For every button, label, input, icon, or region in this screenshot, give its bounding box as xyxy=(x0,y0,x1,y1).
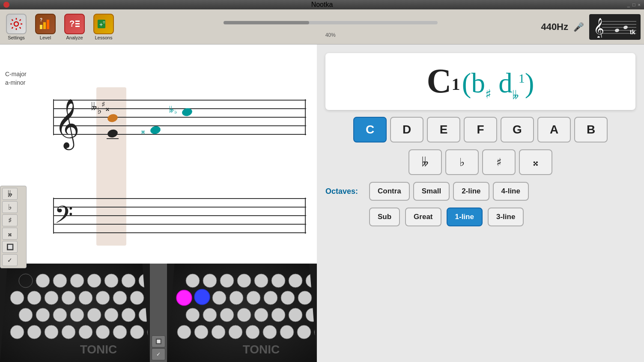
octave-btn-4line[interactable]: 4-line xyxy=(493,182,529,201)
svg-text:=: = xyxy=(103,20,105,25)
key-label: C-major a-minor xyxy=(5,70,27,87)
svg-point-72 xyxy=(36,308,50,322)
close-button[interactable] xyxy=(3,2,9,8)
maximize-button[interactable]: □ xyxy=(632,2,635,7)
svg-point-71 xyxy=(19,308,33,322)
accidental-buttons-row: 𝄫♭♯𝄪 xyxy=(325,149,635,175)
accordion-right: TONIC xyxy=(167,264,317,362)
octave-btn-2line[interactable]: 2-line xyxy=(453,182,489,201)
svg-point-73 xyxy=(53,308,67,322)
toolbar: Settings ? Level ? xyxy=(0,9,644,45)
svg-point-50 xyxy=(19,274,33,288)
analyze-button[interactable]: ? Analyze xyxy=(62,14,87,40)
octave-btn-3line[interactable]: 3-line xyxy=(488,208,524,226)
svg-point-110 xyxy=(315,291,317,305)
lessons-label: Lessons xyxy=(95,35,113,40)
svg-point-98 xyxy=(289,274,302,288)
center-divider: 🔲 ✓ xyxy=(150,264,167,362)
right-panel: C1 (b♯ d𝄫1) CDEFGAB 𝄫♭♯𝄪 Octaves: Contra… xyxy=(317,45,644,362)
note-btn-g[interactable]: G xyxy=(501,117,534,142)
note-btn-a[interactable]: A xyxy=(537,117,571,142)
accordion-left-buttons: TONIC xyxy=(0,264,150,362)
octave-btn-contra[interactable]: Contra xyxy=(369,182,410,201)
note-btn-b[interactable]: B xyxy=(574,117,608,142)
lessons-button[interactable]: + = Lessons xyxy=(91,14,116,40)
svg-point-86 xyxy=(96,325,110,339)
accordion-right-body: TONIC xyxy=(167,264,317,362)
progress-area: 40% xyxy=(120,25,541,29)
divider-rect-btn[interactable]: 🔲 xyxy=(152,335,165,347)
settings-label: Settings xyxy=(8,35,25,40)
svg-point-66 xyxy=(113,291,127,305)
svg-point-65 xyxy=(96,291,110,305)
svg-text:♭: ♭ xyxy=(97,105,101,116)
octave-buttons-row1: ContraSmall2-line4-line xyxy=(369,182,529,201)
svg-text:TONIC: TONIC xyxy=(243,343,280,356)
svg-point-85 xyxy=(79,325,92,339)
svg-point-78 xyxy=(139,308,150,322)
natural-rect-btn[interactable]: 🔲 xyxy=(2,241,18,253)
note-btn-e[interactable]: E xyxy=(427,117,460,142)
note-btn-c[interactable]: C xyxy=(353,117,387,142)
divider-check-btn[interactable]: ✓ xyxy=(152,348,165,360)
octave-btn-sub[interactable]: Sub xyxy=(369,208,400,226)
svg-point-51 xyxy=(36,274,50,288)
svg-text:+: + xyxy=(99,21,103,28)
svg-text:𝄪: 𝄪 xyxy=(141,127,145,135)
flat-double-btn[interactable]: 𝄫 xyxy=(2,188,18,200)
sharp-btn[interactable]: ♯ xyxy=(2,214,18,226)
progress-label: 40% xyxy=(325,32,336,38)
svg-text:𝄫: 𝄫 xyxy=(169,105,174,114)
double-sharp-btn[interactable]: 𝄪 xyxy=(2,228,18,240)
octave-row1: Octaves: ContraSmall2-line4-line xyxy=(325,182,635,201)
key-line1: C-major xyxy=(5,70,27,79)
note-btn-f[interactable]: F xyxy=(464,117,497,142)
svg-point-87 xyxy=(113,325,127,339)
svg-point-77 xyxy=(122,308,135,322)
accordion-right-buttons: TONIC xyxy=(167,264,317,362)
acc-btn-x[interactable]: 𝄪 xyxy=(519,149,552,175)
svg-text:♭: ♭ xyxy=(174,109,177,115)
flat-btn[interactable]: ♭ xyxy=(2,201,18,213)
close-x-button[interactable]: × xyxy=(638,2,641,7)
svg-rect-1 xyxy=(40,25,42,29)
svg-point-54 xyxy=(87,274,101,288)
octave-btn-small[interactable]: Small xyxy=(413,182,450,201)
toolbar-right: 440Hz 🎤 𝄞 tk xyxy=(541,14,641,40)
analyze-label: Analyze xyxy=(66,35,83,40)
svg-text:♯: ♯ xyxy=(101,100,105,109)
svg-point-96 xyxy=(254,274,268,288)
svg-rect-2 xyxy=(43,22,46,29)
octave-btn-great[interactable]: Great xyxy=(405,208,441,226)
content-area: C-major a-minor 𝄞 xyxy=(0,45,644,362)
svg-rect-3 xyxy=(47,20,49,29)
svg-point-128 xyxy=(297,325,311,339)
svg-point-53 xyxy=(70,274,84,288)
key-line2: a-minor xyxy=(5,79,27,87)
svg-point-127 xyxy=(280,325,294,339)
settings-icon xyxy=(6,14,27,34)
svg-point-34 xyxy=(107,113,119,123)
settings-button[interactable]: Settings xyxy=(3,14,29,40)
note-btn-d[interactable]: D xyxy=(390,117,423,142)
side-toolbar: 𝄫 ♭ ♯ 𝄪 🔲 ✓ xyxy=(0,186,27,268)
progress-bar-container xyxy=(224,21,438,24)
svg-text:𝄫: 𝄫 xyxy=(91,101,97,112)
microphone-icon[interactable]: 🎤 xyxy=(573,22,584,32)
svg-point-67 xyxy=(130,291,144,305)
acc-btn-#[interactable]: ♯ xyxy=(482,149,516,175)
level-button[interactable]: ? Level xyxy=(33,14,58,40)
acc-btn-bb[interactable]: 𝄫 xyxy=(408,149,442,175)
svg-point-121 xyxy=(177,325,191,339)
minimize-button[interactable]: _ xyxy=(627,2,630,7)
svg-point-88 xyxy=(130,325,144,339)
titlebar: Nootka _ □ × xyxy=(0,0,644,9)
octave-row2: SubGreat1-line3-line xyxy=(369,208,635,226)
acc-btn-b[interactable]: ♭ xyxy=(445,149,479,175)
check-btn[interactable]: ✓ xyxy=(2,254,18,266)
octave-btn-1line[interactable]: 1-line xyxy=(447,208,483,226)
svg-point-61 xyxy=(27,291,41,305)
svg-point-56 xyxy=(122,274,135,288)
svg-text:𝄪: 𝄪 xyxy=(106,104,109,113)
svg-point-108 xyxy=(281,291,295,305)
